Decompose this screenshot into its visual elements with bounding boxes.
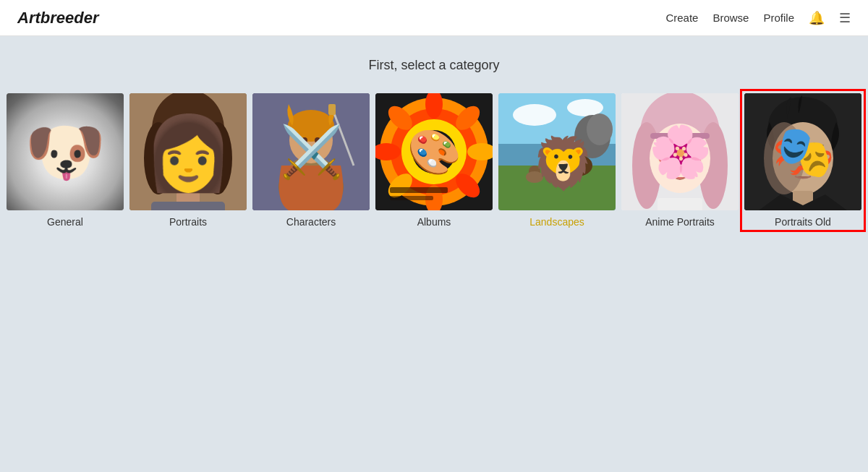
svg-point-37 [288, 110, 334, 142]
category-item-general[interactable]: General [4, 90, 127, 231]
svg-point-77 [650, 124, 710, 193]
svg-point-47 [423, 141, 445, 163]
svg-point-82 [661, 150, 673, 163]
svg-point-59 [513, 104, 556, 126]
svg-point-26 [174, 150, 179, 155]
svg-point-19 [144, 122, 173, 194]
category-thumbnail-albums [375, 93, 493, 210]
svg-point-7 [71, 142, 82, 153]
anime-thumbnail-svg [621, 93, 739, 210]
app-logo: Artbreeder [17, 9, 98, 27]
category-item-landscapes[interactable]: Landscapes [495, 90, 618, 231]
svg-point-6 [48, 142, 59, 153]
category-item-albums[interactable]: Albums [373, 90, 495, 231]
svg-point-4 [66, 104, 102, 147]
svg-point-45 [401, 119, 467, 184]
svg-point-78 [657, 143, 677, 166]
svg-point-83 [687, 150, 699, 163]
category-label-landscapes: Landscapes [529, 216, 584, 228]
svg-point-76 [699, 122, 728, 209]
category-label-portraits: Portraits [169, 216, 207, 228]
portraits-old-thumbnail-svg [744, 93, 861, 210]
svg-point-95 [807, 147, 822, 158]
svg-point-21 [158, 122, 218, 194]
svg-rect-41 [328, 104, 336, 115]
svg-point-84 [663, 153, 667, 157]
category-label-albums: Albums [417, 216, 451, 228]
svg-point-74 [640, 93, 720, 175]
svg-point-100 [791, 151, 793, 153]
svg-rect-16 [129, 93, 247, 210]
menu-icon[interactable]: ☰ [839, 10, 851, 26]
svg-point-71 [526, 171, 543, 183]
main-content: First, select a category [0, 36, 868, 252]
app-header: Artbreeder Create Browse Profile 🔔 ☰ [0, 0, 868, 36]
svg-point-85 [689, 153, 693, 157]
svg-point-67 [562, 142, 576, 157]
svg-point-86 [678, 168, 682, 171]
category-item-anime-portraits[interactable]: Anime Portraits [618, 90, 741, 231]
svg-point-68 [562, 142, 569, 151]
category-thumbnail-anime [621, 93, 739, 210]
landscapes-thumbnail-svg [498, 93, 616, 210]
svg-point-5 [33, 116, 98, 186]
svg-point-3 [28, 104, 64, 147]
svg-point-75 [632, 122, 661, 209]
svg-rect-31 [151, 202, 225, 210]
svg-rect-88 [650, 133, 710, 139]
category-grid: General [14, 90, 854, 231]
svg-point-20 [203, 122, 232, 194]
svg-point-66 [561, 147, 581, 170]
svg-point-80 [658, 147, 676, 166]
svg-point-22 [169, 147, 184, 158]
category-label-portraits-old: Portraits Old [775, 216, 831, 228]
svg-point-38 [302, 137, 307, 143]
svg-point-46 [412, 130, 456, 173]
svg-point-65 [563, 155, 592, 176]
category-thumbnail-characters [252, 93, 370, 210]
svg-point-97 [810, 149, 819, 158]
svg-line-14 [90, 119, 99, 133]
svg-point-96 [787, 149, 796, 158]
portraits-thumbnail-svg [129, 93, 247, 210]
bell-icon[interactable]: 🔔 [809, 10, 825, 26]
page-heading: First, select a category [14, 58, 854, 73]
svg-line-15 [82, 112, 90, 128]
svg-point-9 [75, 145, 80, 149]
svg-point-23 [192, 147, 207, 158]
svg-line-13 [35, 113, 43, 129]
svg-point-93 [764, 122, 804, 194]
svg-point-64 [587, 113, 613, 145]
category-label-anime-portraits: Anime Portraits [645, 216, 715, 228]
nav-bar: Create Browse Profile 🔔 ☰ [665, 10, 851, 26]
nav-create[interactable]: Create [665, 12, 698, 24]
svg-point-79 [683, 143, 703, 166]
category-item-portraits[interactable]: Portraits [127, 90, 250, 231]
svg-rect-62 [498, 166, 616, 210]
nav-browse[interactable]: Browse [712, 12, 749, 24]
category-item-characters[interactable]: Characters [250, 90, 373, 231]
svg-point-25 [195, 149, 204, 158]
category-thumbnail-portraits-old [744, 93, 861, 210]
svg-point-11 [58, 160, 72, 168]
svg-point-27 [197, 150, 202, 155]
svg-line-12 [28, 122, 35, 137]
svg-point-8 [52, 145, 56, 149]
svg-point-18 [152, 93, 224, 169]
svg-point-39 [315, 137, 320, 143]
category-item-portraits-old[interactable]: Portraits Old [741, 90, 864, 231]
svg-point-36 [289, 117, 333, 163]
albums-thumbnail-svg [375, 93, 493, 210]
svg-point-1 [22, 111, 109, 205]
svg-point-10 [56, 156, 74, 168]
nav-profile[interactable]: Profile [763, 12, 794, 24]
svg-rect-17 [129, 93, 247, 210]
characters-thumbnail-svg [252, 93, 370, 210]
svg-rect-56 [390, 187, 448, 193]
svg-point-94 [784, 147, 799, 158]
svg-point-2 [25, 108, 105, 187]
svg-rect-87 [658, 198, 702, 210]
svg-point-29 [200, 151, 202, 153]
svg-point-24 [172, 149, 181, 158]
svg-point-99 [812, 150, 817, 155]
